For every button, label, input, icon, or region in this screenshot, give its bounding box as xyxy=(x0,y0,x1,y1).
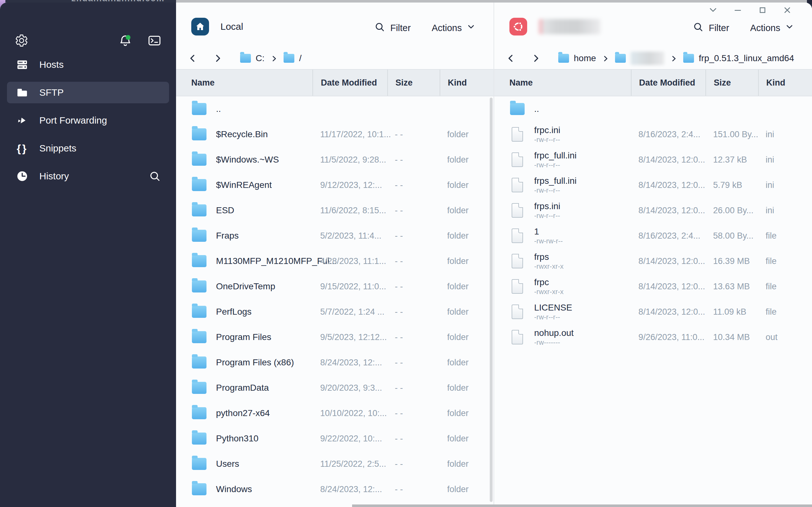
forward-button[interactable] xyxy=(531,54,541,63)
breadcrumb-item-frp[interactable]: frp_0.51.3_linux_amd64 xyxy=(683,53,794,63)
table-row[interactable]: 1 -rw-rw-r-- 8/16/2023, 2:4... 58.00 By.… xyxy=(494,223,812,248)
file-size: 16.39 MB xyxy=(705,257,758,266)
file-date: 8/14/2023, 12:0... xyxy=(631,155,705,165)
column-header-size[interactable]: Size xyxy=(705,70,758,96)
close-icon[interactable] xyxy=(782,5,792,15)
terminal-icon[interactable] xyxy=(148,34,161,48)
column-header-name[interactable]: Name xyxy=(176,70,312,96)
table-row[interactable]: frpc -rwxr-xr-x 8/14/2023, 12:0... 13.63… xyxy=(494,274,812,299)
table-row[interactable]: Users 11/25/2022, 2:5... - - folder xyxy=(176,451,494,476)
folder-icon xyxy=(192,103,206,115)
sidebar-item-snippets[interactable]: {} Snippets xyxy=(7,137,169,159)
table-row[interactable]: Windows 8/24/2023, 12:... - - folder xyxy=(176,476,494,502)
actions-button[interactable]: Actions xyxy=(750,23,794,33)
file-kind: folder xyxy=(440,408,494,418)
settings-gear-icon[interactable] xyxy=(14,34,29,48)
scrollbar[interactable] xyxy=(490,98,493,502)
file-date: 9/12/2023, 12:... xyxy=(312,180,387,190)
table-row[interactable]: Program Files 9/5/2023, 12:12... - - fol… xyxy=(176,325,494,350)
table-row[interactable]: frps_full.ini -rw-r--r-- 8/14/2023, 12:0… xyxy=(494,172,812,198)
file-kind: folder xyxy=(440,130,494,139)
table-row[interactable]: frpc_full.ini -rw-r--r-- 8/14/2023, 12:0… xyxy=(494,147,812,172)
file-name: nohup.out xyxy=(534,328,574,338)
file-date: 8/16/2023, 2:4... xyxy=(631,231,705,241)
table-row[interactable]: $WinREAgent 9/12/2023, 12:... - - folder xyxy=(176,172,494,198)
filter-label: Filter xyxy=(390,23,410,33)
file-size: - - xyxy=(387,206,440,216)
file-kind: folder xyxy=(440,155,494,165)
file-kind: file xyxy=(758,231,812,241)
forward-button[interactable] xyxy=(213,54,222,63)
sidebar-item-hosts[interactable]: Hosts xyxy=(7,54,169,75)
table-row[interactable]: .. xyxy=(176,96,494,122)
notifications-bell-icon[interactable] xyxy=(118,34,132,48)
folder-icon xyxy=(510,103,525,115)
file-date: 9/20/2023, 9:3... xyxy=(312,383,387,393)
table-row[interactable]: OneDriveTemp 9/15/2022, 11:0... - - fold… xyxy=(176,274,494,299)
file-name: Users xyxy=(216,459,239,469)
table-row[interactable]: Python310 9/22/2022, 10:... - - folder xyxy=(176,426,494,451)
table-row[interactable]: Fraps 5/2/2023, 11:4... - - folder xyxy=(176,223,494,248)
sidebar-item-label: Snippets xyxy=(39,143,77,154)
maximize-icon[interactable] xyxy=(757,5,768,15)
file-size: - - xyxy=(387,332,440,342)
folder-icon xyxy=(192,230,206,242)
table-row[interactable]: python27-x64 10/10/2022, 10:... - - fold… xyxy=(176,400,494,426)
file-size: 5.79 kB xyxy=(705,180,758,190)
table-row[interactable]: M1130MFP_M1210MFP_Ful... 4/28/2023, 11:1… xyxy=(176,248,494,274)
chevron-down-icon xyxy=(785,23,794,33)
column-header-size[interactable]: Size xyxy=(387,70,440,96)
file-size: - - xyxy=(387,434,440,444)
table-row[interactable]: frps -rwxr-xr-x 8/14/2023, 12:0... 16.39… xyxy=(494,248,812,274)
collapse-chevron-icon[interactable] xyxy=(708,5,718,15)
redacted-text xyxy=(630,52,664,65)
table-row[interactable]: .. xyxy=(494,96,812,122)
search-icon[interactable] xyxy=(149,170,161,182)
file-permissions: -rw-r--r-- xyxy=(534,187,577,194)
back-button[interactable] xyxy=(188,54,198,63)
filter-button[interactable]: Filter xyxy=(693,21,729,35)
local-home-icon[interactable] xyxy=(191,18,209,36)
table-row[interactable]: LICENSE -rw-r--r-- 8/14/2023, 12:0... 11… xyxy=(494,299,812,325)
column-header-date[interactable]: Date Modified xyxy=(631,70,705,96)
file-kind: ini xyxy=(758,206,812,216)
table-row[interactable]: $Recycle.Bin 11/17/2022, 10:1... - - fol… xyxy=(176,122,494,147)
file-size: 26.00 By... xyxy=(705,206,758,216)
table-row[interactable]: frps.ini -rw-r--r-- 8/14/2023, 12:0... 2… xyxy=(494,198,812,223)
file-permissions: -rwxr-xr-x xyxy=(534,263,564,271)
table-row[interactable]: ProgramData 9/20/2023, 9:3... - - folder xyxy=(176,375,494,400)
back-button[interactable] xyxy=(506,54,516,63)
file-icon xyxy=(512,254,523,268)
panel-title: Local xyxy=(220,21,243,32)
breadcrumb-item-drive[interactable]: C: xyxy=(240,53,264,63)
file-permissions: -rw-r--r-- xyxy=(534,212,560,220)
breadcrumb-item-home[interactable]: home xyxy=(558,53,596,63)
column-header-kind[interactable]: Kind xyxy=(440,70,494,96)
table-row[interactable]: $Windows.~WS 11/5/2022, 9:28... - - fold… xyxy=(176,147,494,172)
actions-button[interactable]: Actions xyxy=(432,23,475,33)
minimize-icon[interactable] xyxy=(733,5,743,15)
column-header-date[interactable]: Date Modified xyxy=(312,70,387,96)
column-header-kind[interactable]: Kind xyxy=(758,70,812,96)
ubuntu-host-icon[interactable] xyxy=(509,18,527,36)
file-size: - - xyxy=(387,408,440,418)
table-row[interactable]: Program Files (x86) 8/24/2023, 12:... - … xyxy=(176,350,494,375)
column-header-name[interactable]: Name xyxy=(494,70,631,96)
sidebar-item-port-forwarding[interactable]: Port Forwarding xyxy=(7,110,169,131)
file-date: 9/22/2022, 10:... xyxy=(312,434,387,444)
sidebar-nav: Hosts SFTP Port Forwarding {} Snippets H… xyxy=(7,54,169,193)
file-date: 5/7/2022, 1:24 ... xyxy=(312,307,387,317)
breadcrumb-item-user-redacted[interactable] xyxy=(615,52,664,65)
filter-button[interactable]: Filter xyxy=(374,21,410,35)
table-row[interactable]: nohup.out -rw------- 9/26/2023, 11:0... … xyxy=(494,325,812,350)
breadcrumb-item-root[interactable]: / xyxy=(284,53,302,63)
sidebar-item-sftp[interactable]: SFTP xyxy=(7,82,169,103)
folder-icon xyxy=(192,205,206,216)
table-row[interactable]: ESD 11/6/2022, 8:15... - - folder xyxy=(176,198,494,223)
table-row[interactable]: PerfLogs 5/7/2022, 1:24 ... - - folder xyxy=(176,299,494,325)
file-name: ProgramData xyxy=(216,383,269,393)
sidebar-item-history[interactable]: History xyxy=(7,165,169,187)
table-row[interactable]: frpc.ini -rw-r--r-- 8/16/2023, 2:4... 15… xyxy=(494,122,812,147)
file-name: $Recycle.Bin xyxy=(216,129,268,139)
file-date: 4/28/2023, 11:1... xyxy=(312,257,387,266)
